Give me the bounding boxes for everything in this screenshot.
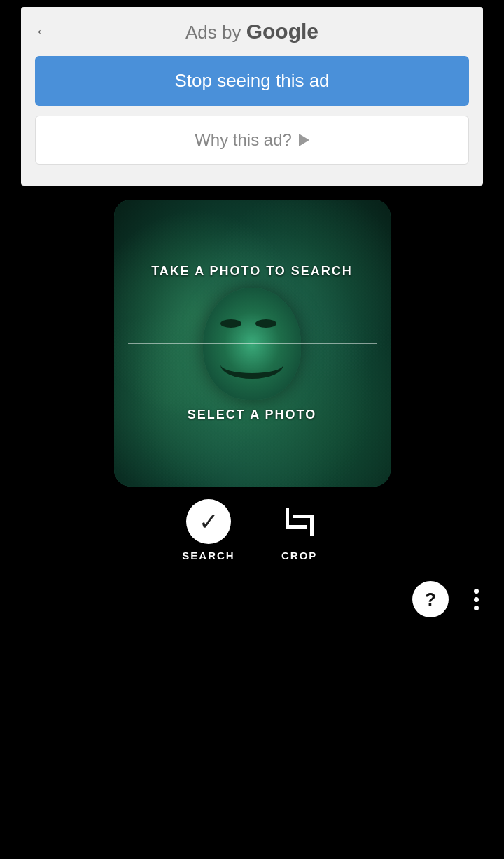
camera-section: TAKE A PHOTO TO SEARCH SELECT A PHOTO ✓ … [0, 186, 504, 631]
select-photo-label: SELECT A PHOTO [188, 407, 316, 422]
search-label: SEARCH [182, 550, 234, 561]
svg-rect-1 [286, 525, 307, 529]
ads-by-text: Ads by [186, 22, 246, 43]
ads-by-google-label: Ads by Google [186, 20, 318, 43]
crop-icon-wrap [277, 499, 322, 544]
checkmark-symbol: ✓ [199, 510, 218, 533]
dot-3 [474, 606, 479, 610]
crop-toolbar-item[interactable]: CROP [277, 499, 322, 561]
help-button[interactable]: ? [412, 581, 449, 617]
take-photo-label: TAKE A PHOTO TO SEARCH [151, 264, 353, 279]
ad-panel: ← Ads by Google Stop seeing this ad Why … [21, 7, 483, 186]
svg-rect-3 [310, 515, 314, 536]
dot-2 [474, 597, 479, 602]
why-ad-text: Why this ad? [195, 130, 292, 150]
why-this-ad-button[interactable]: Why this ad? [35, 116, 469, 165]
dot-1 [474, 589, 479, 594]
why-ad-inner: Why this ad? [43, 130, 461, 150]
crop-icon [282, 504, 317, 539]
bottom-toolbar: ✓ SEARCH CROP [182, 499, 321, 568]
back-button[interactable]: ← [35, 22, 50, 41]
camera-viewfinder[interactable]: TAKE A PHOTO TO SEARCH SELECT A PHOTO [114, 200, 391, 487]
bottom-action-row: ? [0, 568, 504, 624]
divider-line [128, 343, 377, 344]
google-text: Google [246, 20, 318, 43]
search-checkmark-icon: ✓ [186, 499, 231, 544]
more-options-button[interactable] [470, 585, 483, 615]
crop-label: CROP [281, 550, 317, 561]
search-toolbar-item[interactable]: ✓ SEARCH [182, 499, 234, 561]
camera-top-overlay[interactable]: TAKE A PHOTO TO SEARCH [114, 200, 391, 343]
stop-seeing-ad-button[interactable]: Stop seeing this ad [35, 56, 469, 106]
play-icon [299, 134, 309, 146]
ad-panel-header: ← Ads by Google [35, 20, 469, 43]
camera-bottom-overlay[interactable]: SELECT A PHOTO [114, 343, 391, 487]
help-icon: ? [425, 589, 436, 610]
